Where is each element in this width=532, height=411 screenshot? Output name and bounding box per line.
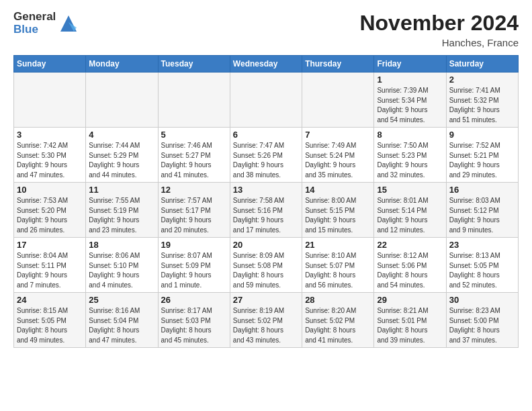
day-cell: 11Sunrise: 7:55 AM Sunset: 5:19 PM Dayli…	[86, 183, 158, 238]
day-number: 19	[161, 240, 227, 250]
day-cell: 3Sunrise: 7:42 AM Sunset: 5:30 PM Daylig…	[14, 128, 86, 183]
day-number: 13	[233, 185, 299, 195]
day-cell: 2Sunrise: 7:41 AM Sunset: 5:32 PM Daylig…	[446, 73, 518, 128]
title-section: November 2024 Hanches, France	[359, 11, 519, 48]
day-cell: 16Sunrise: 8:03 AM Sunset: 5:12 PM Dayli…	[446, 183, 518, 238]
day-header-sunday: Sunday	[14, 56, 86, 73]
day-cell: 17Sunrise: 8:04 AM Sunset: 5:11 PM Dayli…	[14, 238, 86, 293]
day-header-wednesday: Wednesday	[230, 56, 302, 73]
day-cell: 6Sunrise: 7:47 AM Sunset: 5:26 PM Daylig…	[230, 128, 302, 183]
day-info: Sunrise: 8:00 AM Sunset: 5:15 PM Dayligh…	[305, 196, 371, 235]
day-cell	[230, 73, 302, 128]
day-number: 3	[17, 130, 83, 140]
day-cell: 22Sunrise: 8:12 AM Sunset: 5:06 PM Dayli…	[374, 238, 446, 293]
header-row: SundayMondayTuesdayWednesdayThursdayFrid…	[14, 56, 519, 73]
logo-icon	[58, 13, 79, 34]
day-cell	[86, 73, 158, 128]
day-info: Sunrise: 8:20 AM Sunset: 5:02 PM Dayligh…	[305, 306, 371, 345]
day-cell: 5Sunrise: 7:46 AM Sunset: 5:27 PM Daylig…	[158, 128, 230, 183]
day-info: Sunrise: 8:13 AM Sunset: 5:05 PM Dayligh…	[449, 251, 515, 290]
day-number: 2	[449, 75, 515, 85]
day-number: 10	[17, 185, 83, 195]
day-number: 18	[89, 240, 154, 250]
day-cell: 18Sunrise: 8:06 AM Sunset: 5:10 PM Dayli…	[86, 238, 158, 293]
calendar-table: SundayMondayTuesdayWednesdayThursdayFrid…	[13, 55, 519, 348]
day-number: 28	[305, 295, 371, 305]
day-info: Sunrise: 7:49 AM Sunset: 5:24 PM Dayligh…	[305, 141, 371, 180]
location: Hanches, France	[359, 37, 519, 48]
day-info: Sunrise: 8:21 AM Sunset: 5:01 PM Dayligh…	[377, 306, 443, 345]
day-info: Sunrise: 8:12 AM Sunset: 5:06 PM Dayligh…	[377, 251, 443, 290]
day-info: Sunrise: 8:16 AM Sunset: 5:04 PM Dayligh…	[89, 306, 154, 345]
week-row-1: 1Sunrise: 7:39 AM Sunset: 5:34 PM Daylig…	[14, 73, 519, 128]
day-number: 12	[161, 185, 227, 195]
week-row-5: 24Sunrise: 8:15 AM Sunset: 5:05 PM Dayli…	[14, 293, 519, 348]
day-info: Sunrise: 7:47 AM Sunset: 5:26 PM Dayligh…	[233, 141, 299, 180]
day-number: 26	[161, 295, 227, 305]
day-number: 24	[17, 295, 83, 305]
day-info: Sunrise: 8:09 AM Sunset: 5:08 PM Dayligh…	[233, 251, 299, 290]
day-header-saturday: Saturday	[446, 56, 518, 73]
day-cell: 30Sunrise: 8:23 AM Sunset: 5:00 PM Dayli…	[446, 293, 518, 348]
day-header-tuesday: Tuesday	[158, 56, 230, 73]
day-cell: 26Sunrise: 8:17 AM Sunset: 5:03 PM Dayli…	[158, 293, 230, 348]
calendar-page: General Blue November 2024 Hanches, Fran…	[0, 0, 532, 356]
logo-blue: Blue	[13, 24, 56, 36]
day-cell: 21Sunrise: 8:10 AM Sunset: 5:07 PM Dayli…	[302, 238, 374, 293]
day-cell: 28Sunrise: 8:20 AM Sunset: 5:02 PM Dayli…	[302, 293, 374, 348]
day-info: Sunrise: 8:10 AM Sunset: 5:07 PM Dayligh…	[305, 251, 371, 290]
day-number: 16	[449, 185, 515, 195]
day-number: 27	[233, 295, 299, 305]
day-info: Sunrise: 7:53 AM Sunset: 5:20 PM Dayligh…	[17, 196, 83, 235]
day-info: Sunrise: 7:50 AM Sunset: 5:23 PM Dayligh…	[377, 141, 443, 180]
logo-general: General	[13, 11, 56, 24]
day-number: 11	[89, 185, 154, 195]
day-cell: 14Sunrise: 8:00 AM Sunset: 5:15 PM Dayli…	[302, 183, 374, 238]
day-info: Sunrise: 7:58 AM Sunset: 5:16 PM Dayligh…	[233, 196, 299, 235]
day-info: Sunrise: 8:19 AM Sunset: 5:02 PM Dayligh…	[233, 306, 299, 345]
day-number: 21	[305, 240, 371, 250]
day-info: Sunrise: 8:17 AM Sunset: 5:03 PM Dayligh…	[161, 306, 227, 345]
day-number: 23	[449, 240, 515, 250]
day-number: 22	[377, 240, 443, 250]
day-cell: 15Sunrise: 8:01 AM Sunset: 5:14 PM Dayli…	[374, 183, 446, 238]
day-number: 15	[377, 185, 443, 195]
logo-text: General Blue	[13, 11, 79, 36]
logo: General Blue	[13, 11, 79, 36]
day-cell: 27Sunrise: 8:19 AM Sunset: 5:02 PM Dayli…	[230, 293, 302, 348]
day-cell: 24Sunrise: 8:15 AM Sunset: 5:05 PM Dayli…	[14, 293, 86, 348]
day-info: Sunrise: 7:46 AM Sunset: 5:27 PM Dayligh…	[161, 141, 227, 180]
day-cell: 4Sunrise: 7:44 AM Sunset: 5:29 PM Daylig…	[86, 128, 158, 183]
day-number: 5	[161, 130, 227, 140]
day-number: 7	[305, 130, 371, 140]
week-row-4: 17Sunrise: 8:04 AM Sunset: 5:11 PM Dayli…	[14, 238, 519, 293]
day-header-monday: Monday	[86, 56, 158, 73]
day-cell: 8Sunrise: 7:50 AM Sunset: 5:23 PM Daylig…	[374, 128, 446, 183]
day-number: 8	[377, 130, 443, 140]
day-info: Sunrise: 7:57 AM Sunset: 5:17 PM Dayligh…	[161, 196, 227, 235]
day-cell: 19Sunrise: 8:07 AM Sunset: 5:09 PM Dayli…	[158, 238, 230, 293]
day-info: Sunrise: 8:23 AM Sunset: 5:00 PM Dayligh…	[449, 306, 515, 345]
day-info: Sunrise: 7:42 AM Sunset: 5:30 PM Dayligh…	[17, 141, 83, 180]
day-number: 9	[449, 130, 515, 140]
header: General Blue November 2024 Hanches, Fran…	[13, 11, 519, 48]
day-cell: 25Sunrise: 8:16 AM Sunset: 5:04 PM Dayli…	[86, 293, 158, 348]
day-cell: 29Sunrise: 8:21 AM Sunset: 5:01 PM Dayli…	[374, 293, 446, 348]
day-number: 29	[377, 295, 443, 305]
day-cell: 23Sunrise: 8:13 AM Sunset: 5:05 PM Dayli…	[446, 238, 518, 293]
day-info: Sunrise: 8:07 AM Sunset: 5:09 PM Dayligh…	[161, 251, 227, 290]
day-info: Sunrise: 7:41 AM Sunset: 5:32 PM Dayligh…	[449, 86, 515, 125]
day-info: Sunrise: 8:04 AM Sunset: 5:11 PM Dayligh…	[17, 251, 83, 290]
day-number: 20	[233, 240, 299, 250]
day-cell	[14, 73, 86, 128]
day-number: 6	[233, 130, 299, 140]
day-number: 30	[449, 295, 515, 305]
day-number: 25	[89, 295, 154, 305]
day-info: Sunrise: 7:55 AM Sunset: 5:19 PM Dayligh…	[89, 196, 154, 235]
day-info: Sunrise: 8:15 AM Sunset: 5:05 PM Dayligh…	[17, 306, 83, 345]
day-info: Sunrise: 7:52 AM Sunset: 5:21 PM Dayligh…	[449, 141, 515, 180]
day-cell	[158, 73, 230, 128]
day-cell: 1Sunrise: 7:39 AM Sunset: 5:34 PM Daylig…	[374, 73, 446, 128]
day-number: 14	[305, 185, 371, 195]
month-title: November 2024	[359, 11, 519, 36]
